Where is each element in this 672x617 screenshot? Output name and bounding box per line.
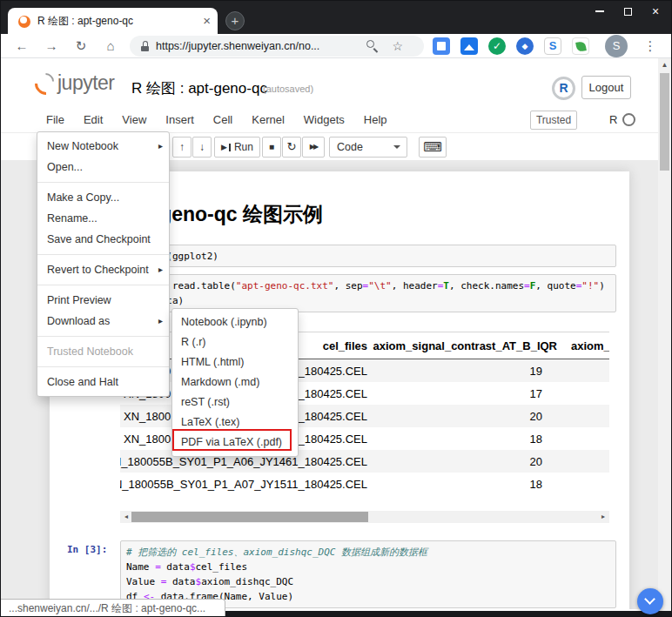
scroll-right-icon[interactable]: ▸	[597, 511, 609, 523]
menu-item-label: Download as	[47, 315, 110, 327]
bookmark-star-icon[interactable]: ☆	[392, 36, 403, 57]
menu-item-make-a-copy[interactable]: Make a Copy...	[37, 187, 169, 208]
new-tab-button[interactable]: +	[225, 11, 245, 30]
extension-icon-3[interactable]: ✓	[488, 37, 506, 55]
jupyter-header: jupyter R 绘图 : apt-geno-qc (autosaved) R…	[1, 58, 671, 106]
menu-item-new-notebook[interactable]: New Notebook▸	[37, 136, 169, 157]
menu-item-close-and-halt[interactable]: Close and Halt	[37, 372, 169, 392]
move-cell-down-button[interactable]: ↓	[192, 137, 212, 158]
extension-icon-1[interactable]	[433, 37, 450, 55]
notebook-title[interactable]: R 绘图 : apt-geno-qc	[131, 78, 267, 98]
url-input[interactable]: https://jupyter.shenweiyan.cn/no... ☆	[130, 36, 424, 57]
command-palette-button[interactable]: ⌨	[419, 137, 447, 158]
extension-icon-6[interactable]	[572, 37, 589, 55]
menu-item-label: Make a Copy...	[47, 191, 119, 204]
submenu-item-rest[interactable]: reST (.rst)	[172, 392, 298, 412]
minimize-button[interactable]	[586, 1, 614, 22]
menu-file[interactable]: File	[37, 106, 74, 133]
kernel-idle-icon	[622, 113, 635, 126]
tab-close-icon[interactable]: ×	[203, 8, 211, 34]
run-play-icon: ▶	[221, 137, 227, 157]
stop-button[interactable]: ■	[262, 137, 281, 158]
profile-avatar[interactable]: S	[605, 35, 628, 57]
horizontal-scroll-thumb[interactable]	[131, 512, 368, 522]
menubar-items: File Edit View Insert Cell Kernel Widget…	[37, 106, 397, 133]
move-cell-up-button[interactable]: ↑	[172, 137, 192, 158]
reload-button[interactable]: ↻	[71, 34, 91, 58]
code-cell-2[interactable]: data <- read.table("apt-geno-qc.txt", se…	[120, 274, 616, 312]
cel-file-name: XN_1800	[124, 410, 171, 423]
code-line: head(data)	[126, 293, 610, 308]
submenu-caret-icon: ▸	[158, 136, 163, 157]
kernel-name: R	[609, 106, 617, 133]
submenu-item-notebook-ipynb[interactable]: Notebook (.ipynb)	[172, 312, 298, 332]
extension-icon-4[interactable]: ◆	[516, 37, 534, 55]
cel-file-name: 4_180425.CEL	[292, 365, 367, 378]
submenu-item-r[interactable]: R (.r)	[172, 332, 298, 352]
menu-item-label: New Notebook	[47, 140, 118, 152]
restart-kernel-button[interactable]: ↻	[282, 137, 301, 158]
extension-icon-5[interactable]: S	[544, 37, 561, 55]
scroll-up-icon[interactable]: ▲	[658, 61, 671, 69]
code-cell-1[interactable]: library(ggplot2)	[120, 245, 616, 267]
menu-item-label: Trusted Notebook	[47, 345, 133, 358]
menu-widgets[interactable]: Widgets	[294, 106, 354, 133]
menu-item-trusted-notebook: Trusted Notebook	[37, 341, 169, 362]
url-text[interactable]: https://jupyter.shenweiyan.cn/no...	[156, 36, 319, 57]
page-vertical-scrollbar[interactable]: ▲	[658, 58, 671, 611]
menu-item-label: Rename...	[47, 212, 97, 225]
table-row: XN_180055B_SY01_P1_A07_JY1511_180425.CEL…	[120, 473, 609, 495]
menu-view[interactable]: View	[112, 106, 156, 133]
vertical-scroll-thumb[interactable]	[660, 73, 669, 171]
window-controls: ×	[586, 1, 669, 22]
menu-cell[interactable]: Cell	[204, 106, 242, 133]
menu-divider	[37, 182, 169, 183]
menu-edit[interactable]: Edit	[74, 106, 112, 133]
menu-item-download-as[interactable]: Download as▸	[37, 311, 169, 332]
menu-item-open[interactable]: Open...	[37, 157, 169, 178]
zoom-indicator-icon[interactable]	[366, 40, 379, 52]
cell-type-select[interactable]: Code	[329, 137, 407, 158]
trusted-button[interactable]: Trusted	[530, 111, 577, 130]
browser-window: R 绘图 : apt-geno-qc × + × ← → ↻ ⌂ https:/…	[0, 0, 672, 617]
submenu-caret-icon: ▸	[158, 259, 163, 280]
menu-item-revert-to-checkpoint[interactable]: Revert to Checkpoint▸	[37, 259, 169, 280]
maximize-button[interactable]	[614, 1, 642, 22]
menu-item-print-preview[interactable]: Print Preview	[37, 290, 169, 311]
submenu-item-html[interactable]: HTML (.html)	[172, 352, 298, 372]
browser-menu-icon[interactable]: ⋮	[642, 34, 659, 58]
back-button[interactable]: ←	[11, 34, 32, 58]
menu-help[interactable]: Help	[354, 106, 397, 133]
jupyter-logo[interactable]: jupyter	[34, 71, 115, 95]
browser-tab[interactable]: R 绘图 : apt-geno-qc ×	[8, 8, 218, 34]
menu-insert[interactable]: Insert	[156, 106, 204, 133]
chevron-down-icon	[644, 594, 655, 605]
input-prompt: In [3]:	[67, 544, 107, 555]
forward-button[interactable]: →	[41, 34, 62, 58]
iqr-value: 17	[530, 387, 542, 400]
table-horizontal-scrollbar[interactable]: ◂ ▸	[120, 511, 609, 523]
run-button[interactable]: ▶ Run	[214, 137, 260, 158]
menu-item-save-and-checkpoint[interactable]: Save and Checkpoint	[37, 229, 169, 250]
iqr-value: 18	[530, 478, 542, 491]
window-close-button[interactable]: ×	[642, 1, 669, 22]
lock-icon	[141, 41, 149, 51]
code-line: # 把筛选的 cel_files、axiom_dishqc_DQC 数据组成新的…	[126, 545, 610, 560]
menu-item-label: Print Preview	[47, 294, 111, 306]
run-step-bar-icon	[229, 144, 231, 151]
menu-divider	[37, 285, 169, 285]
extension-icon-2[interactable]	[460, 37, 478, 55]
autosave-status: (autosaved)	[263, 84, 313, 94]
scroll-to-bottom-button[interactable]	[637, 588, 663, 614]
run-label: Run	[234, 137, 253, 157]
logout-button[interactable]: Logout	[581, 76, 631, 99]
menu-item-label: Close and Halt	[47, 376, 118, 388]
menu-item-rename[interactable]: Rename...	[37, 208, 169, 229]
iqr-value: 18	[530, 433, 542, 446]
home-button[interactable]: ⌂	[100, 34, 121, 58]
scroll-left-icon[interactable]: ◂	[120, 511, 132, 523]
menu-kernel[interactable]: Kernel	[242, 106, 294, 133]
iqr-value: 19	[530, 365, 542, 378]
restart-run-all-button[interactable]: ▶▶	[302, 137, 325, 158]
submenu-item-markdown[interactable]: Markdown (.md)	[172, 372, 298, 392]
